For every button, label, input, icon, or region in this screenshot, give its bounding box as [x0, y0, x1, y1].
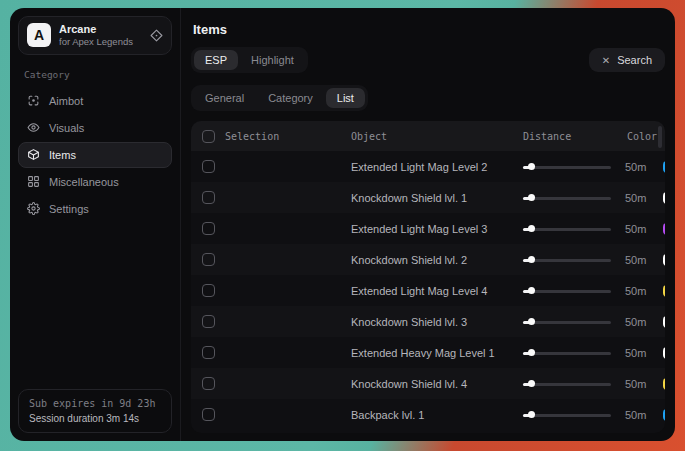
color-swatch[interactable]: [663, 192, 665, 204]
sidebar-item[interactable]: Miscellaneous: [18, 169, 172, 195]
color-cell: [646, 161, 665, 173]
scrollbar-thumb[interactable]: [658, 126, 662, 148]
brand-text: Arcane for Apex Legends: [59, 23, 133, 48]
app-name: Arcane: [59, 23, 133, 36]
sidebar-item[interactable]: Aimbot: [18, 88, 172, 114]
distance-slider[interactable]: [523, 317, 611, 327]
distance-cell: 50m: [523, 161, 646, 173]
color-swatch[interactable]: [663, 285, 665, 297]
table-row: Extended Light Mag Level 2 50m: [191, 151, 665, 182]
slider-track: [523, 166, 611, 169]
column-header-object: Object: [351, 131, 523, 142]
distance-value: 50m: [625, 285, 646, 297]
distance-value: 50m: [625, 347, 646, 359]
sidebar-item-label: Visuals: [49, 122, 84, 134]
distance-slider[interactable]: [523, 286, 611, 296]
color-swatch[interactable]: [663, 161, 665, 173]
session-duration-text: Session duration 3m 14s: [29, 413, 161, 424]
table-row: Knockdown Shield lvl. 2 50m: [191, 244, 665, 275]
row-checkbox[interactable]: [202, 377, 215, 390]
x-icon: ✕: [602, 55, 610, 66]
row-checkbox[interactable]: [202, 253, 215, 266]
sidebar-item[interactable]: Settings: [18, 196, 172, 222]
table-row: Extended Light Mag Level 3 50m: [191, 213, 665, 244]
view-row: General Category List: [191, 85, 665, 111]
slider-handle[interactable]: [528, 225, 535, 232]
distance-cell: 50m: [523, 223, 646, 235]
app-window: A Arcane for Apex Legends Category Aimbo…: [10, 8, 675, 441]
color-swatch[interactable]: [663, 223, 665, 235]
table-row: Backpack lvl. 1 50m: [191, 399, 665, 430]
distance-slider[interactable]: [523, 255, 611, 265]
distance-value: 50m: [625, 254, 646, 266]
color-cell: [646, 254, 665, 266]
color-swatch[interactable]: [663, 316, 665, 328]
sidebar-item[interactable]: Visuals: [18, 115, 172, 141]
sidebar-item[interactable]: Items: [18, 142, 172, 168]
row-checkbox[interactable]: [202, 315, 215, 328]
distance-slider[interactable]: [523, 410, 611, 420]
distance-slider[interactable]: [523, 379, 611, 389]
distance-slider[interactable]: [523, 162, 611, 172]
session-card: Sub expires in 9d 23h Session duration 3…: [18, 389, 172, 433]
table-row: Extended Heavy Mag Level 1 50m: [191, 337, 665, 368]
view-tab[interactable]: List: [326, 88, 365, 108]
distance-cell: 50m: [523, 285, 646, 297]
select-all-checkbox[interactable]: [202, 130, 215, 143]
grid-icon: [27, 175, 40, 188]
distance-cell: 50m: [523, 254, 646, 266]
main-content: Items ESP Highlight ✕ Search General Cat: [181, 8, 675, 441]
object-label: Extended Light Mag Level 3: [351, 223, 523, 235]
row-checkbox[interactable]: [202, 191, 215, 204]
box-icon: [27, 148, 40, 161]
target-icon[interactable]: [150, 29, 163, 42]
slider-handle[interactable]: [528, 349, 535, 356]
view-tab[interactable]: General: [194, 88, 255, 108]
slider-handle[interactable]: [528, 380, 535, 387]
sidebar-item-label: Miscellaneous: [49, 176, 119, 188]
mode-tab[interactable]: ESP: [194, 50, 238, 70]
slider-handle[interactable]: [528, 287, 535, 294]
row-checkbox[interactable]: [202, 346, 215, 359]
mode-tabs: ESP Highlight: [191, 47, 308, 73]
distance-slider[interactable]: [523, 348, 611, 358]
object-label: Backpack lvl. 1: [351, 409, 523, 421]
slider-handle[interactable]: [528, 318, 535, 325]
table-row: Knockdown Shield lvl. 1 50m: [191, 182, 665, 213]
color-swatch[interactable]: [663, 254, 665, 266]
object-label: Knockdown Shield lvl. 4: [351, 378, 523, 390]
table-row: Knockdown Shield lvl. 4 50m: [191, 368, 665, 399]
object-label: Extended Light Mag Level 4: [351, 285, 523, 297]
color-swatch[interactable]: [663, 347, 665, 359]
object-label: Extended Heavy Mag Level 1: [351, 347, 523, 359]
view-tab[interactable]: Category: [257, 88, 324, 108]
gear-icon: [27, 202, 40, 215]
page-title: Items: [193, 22, 665, 37]
row-checkbox[interactable]: [202, 284, 215, 297]
object-label: Knockdown Shield lvl. 3: [351, 316, 523, 328]
items-table-panel: Selection Object Distance Color Extended…: [191, 121, 665, 433]
distance-slider[interactable]: [523, 193, 611, 203]
distance-cell: 50m: [523, 316, 646, 328]
mode-tab[interactable]: Highlight: [240, 50, 305, 70]
row-checkbox[interactable]: [202, 160, 215, 173]
sidebar-nav: Aimbot Visuals Items Miscellaneous: [18, 87, 172, 223]
distance-cell: 50m: [523, 378, 646, 390]
color-swatch[interactable]: [663, 409, 665, 421]
distance-value: 50m: [625, 378, 646, 390]
color-swatch[interactable]: [663, 378, 665, 390]
search-button[interactable]: ✕ Search: [589, 48, 665, 72]
row-checkbox[interactable]: [202, 408, 215, 421]
slider-handle[interactable]: [528, 256, 535, 263]
slider-handle[interactable]: [528, 411, 535, 418]
color-cell: [646, 316, 665, 328]
slider-track: [523, 290, 611, 293]
slider-handle[interactable]: [528, 163, 535, 170]
color-cell: [646, 378, 665, 390]
app-logo: A: [27, 23, 51, 47]
slider-handle[interactable]: [528, 194, 535, 201]
app-subtitle: for Apex Legends: [59, 36, 133, 47]
distance-slider[interactable]: [523, 224, 611, 234]
object-label: Knockdown Shield lvl. 1: [351, 192, 523, 204]
row-checkbox[interactable]: [202, 222, 215, 235]
